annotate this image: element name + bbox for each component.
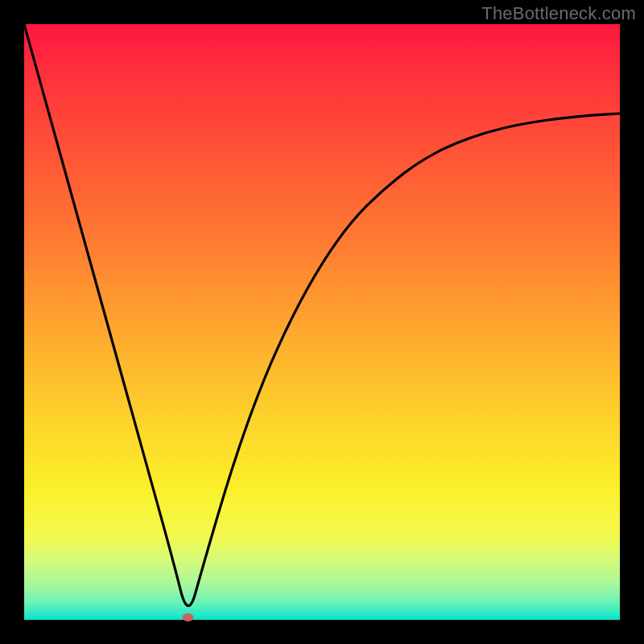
chart-frame: TheBottleneck.com <box>0 0 644 644</box>
plot-area <box>24 24 620 620</box>
bottleneck-minimum-marker <box>183 613 194 621</box>
curve-layer <box>24 24 620 620</box>
watermark-text: TheBottleneck.com <box>481 3 636 24</box>
bottleneck-curve <box>24 24 620 605</box>
